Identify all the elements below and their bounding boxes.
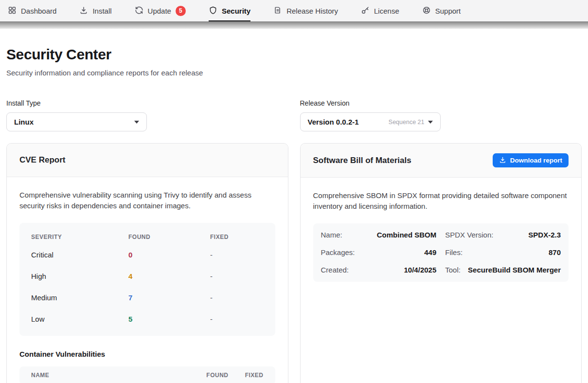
detail-value: SPDX-2.3 (528, 231, 561, 239)
table-row-high: High 4 - (19, 266, 275, 287)
container-vulnerabilities-title: Container Vulnerabilities (19, 350, 275, 358)
sbom-header: Software Bill of Materials Download repo… (301, 144, 582, 178)
download-report-label: Download report (510, 157, 562, 164)
column-header-name: NAME (31, 372, 188, 379)
detail-label: Files: (445, 248, 463, 256)
install-download-icon (79, 6, 88, 16)
column-header-fixed: FIXED (229, 372, 264, 379)
table-row-medium: Medium 7 - (19, 287, 275, 309)
detail-value: 10/4/2025 (404, 266, 437, 274)
update-count-badge: 5 (176, 6, 186, 16)
install-type-label: Install Type (6, 99, 288, 107)
tab-update[interactable]: Update 5 (135, 0, 186, 21)
sbom-title: Software Bill of Materials (313, 156, 411, 165)
detail-value: 870 (549, 248, 561, 256)
detail-value: SecureBuild SBOM Merger (468, 266, 561, 274)
cve-report-header: CVE Report (7, 144, 288, 177)
severity-label: Critical (31, 251, 128, 259)
column-header-found: FOUND (128, 234, 210, 240)
sbom-detail-name: Name: Combined SBOM (321, 226, 437, 244)
table-row-low: Low 5 - (19, 309, 275, 330)
detail-label: Tool: (445, 266, 461, 274)
chevron-down-icon (134, 121, 139, 124)
license-key-icon (361, 6, 370, 16)
tab-dashboard[interactable]: Dashboard (8, 0, 56, 21)
found-count: 5 (128, 315, 210, 323)
severity-label: High (31, 272, 128, 280)
detail-label: SPDX Version: (445, 231, 493, 239)
sbom-detail-packages: Packages: 449 (321, 244, 437, 261)
detail-value: Combined SBOM (377, 231, 437, 239)
support-lifebuoy-icon (422, 6, 431, 16)
header-shadow-band (0, 21, 588, 29)
severity-table-header: SEVERITY FOUND FIXED (19, 226, 275, 244)
release-version-filter: Release Version Version 0.0.2-1 Sequence… (300, 99, 582, 131)
release-version-value: Version 0.0.2-1 (308, 118, 359, 126)
column-header-found: FOUND (188, 372, 229, 379)
sbom-detail-files: Files: 870 (445, 244, 561, 261)
tab-label: Dashboard (21, 7, 56, 15)
cve-report-description: Comprehensive vulnerability scanning usi… (19, 190, 275, 211)
tab-label: Release History (286, 7, 338, 15)
tab-release-history[interactable]: Release History (273, 0, 338, 21)
found-count: 0 (128, 251, 210, 259)
fixed-count: - (210, 251, 264, 259)
table-row-critical: Critical 0 - (19, 244, 275, 266)
fixed-count: - (210, 272, 264, 280)
found-count: 7 (128, 293, 210, 302)
download-icon (499, 156, 506, 165)
release-history-document-icon (273, 6, 282, 16)
severity-label: Low (31, 315, 128, 323)
sbom-detail-spdx-version: SPDX Version: SPDX-2.3 (445, 226, 561, 244)
install-type-value: Linux (14, 118, 34, 126)
install-type-select[interactable]: Linux (6, 112, 147, 131)
release-version-select[interactable]: Version 0.0.2-1 Sequence 21 (300, 112, 441, 131)
sbom-card: Software Bill of Materials Download repo… (300, 143, 582, 383)
chevron-down-icon (428, 121, 433, 124)
page-title: Security Center (6, 46, 582, 63)
found-count: 4 (128, 272, 210, 280)
detail-label: Name: (321, 231, 342, 239)
fixed-count: - (210, 293, 264, 302)
cve-report-title: CVE Report (19, 155, 65, 165)
sbom-description: Comprehensive SBOM in SPDX format provid… (313, 190, 569, 212)
sbom-details-panel: Name: Combined SBOM SPDX Version: SPDX-2… (313, 223, 569, 282)
tab-install[interactable]: Install (79, 0, 111, 21)
tab-label: License (374, 7, 399, 15)
cve-report-card: CVE Report Comprehensive vulnerability s… (6, 143, 288, 383)
download-report-button[interactable]: Download report (493, 153, 569, 167)
dashboard-icon (8, 6, 17, 16)
tab-label: Support (435, 7, 461, 15)
tab-label: Security (222, 7, 250, 15)
sbom-detail-created: Created: 10/4/2025 (321, 261, 437, 279)
install-type-filter: Install Type Linux (6, 99, 288, 131)
sbom-detail-tool: Tool: SecureBuild SBOM Merger (445, 261, 561, 279)
container-vulnerabilities-header: NAME FOUND FIXED (19, 366, 275, 383)
detail-value: 449 (424, 248, 436, 256)
sequence-label: Sequence 21 (389, 119, 425, 126)
security-shield-icon (209, 6, 217, 16)
filters-row: Install Type Linux Release Version Versi… (6, 99, 582, 131)
tab-license[interactable]: License (361, 0, 399, 21)
detail-label: Created: (321, 266, 349, 274)
column-header-severity: SEVERITY (31, 234, 128, 240)
tab-support[interactable]: Support (422, 0, 461, 21)
severity-label: Medium (31, 293, 128, 302)
tab-label: Install (92, 7, 111, 15)
update-refresh-icon (135, 6, 143, 16)
severity-table: SEVERITY FOUND FIXED Critical 0 - High 4… (19, 223, 275, 336)
fixed-count: - (210, 315, 264, 323)
tab-label: Update (148, 7, 171, 15)
page-subtitle: Security information and compliance repo… (6, 69, 582, 77)
top-navigation: Dashboard Install Update 5 Security Rele… (0, 0, 588, 21)
column-header-fixed: FIXED (210, 234, 264, 240)
detail-label: Packages: (321, 248, 355, 256)
tab-security[interactable]: Security (209, 0, 250, 21)
release-version-label: Release Version (300, 99, 582, 107)
